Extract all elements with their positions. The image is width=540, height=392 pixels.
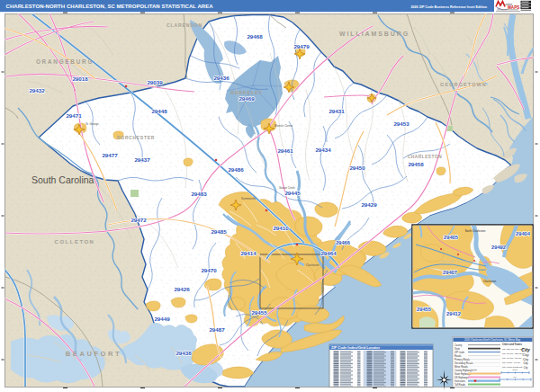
svg-text:29485: 29485 — [211, 228, 227, 235]
svg-text:29431: 29431 — [328, 108, 345, 114]
svg-text:29464: 29464 — [320, 250, 337, 256]
svg-text:South Carolina: South Carolina — [32, 174, 94, 185]
svg-text:29405: 29405 — [444, 235, 459, 240]
svg-text:29483: 29483 — [191, 191, 207, 197]
svg-text:29410: 29410 — [273, 225, 289, 231]
svg-text:29455: 29455 — [417, 307, 432, 312]
svg-text:29448: 29448 — [151, 108, 167, 114]
svg-text:Interstates: Interstates — [454, 379, 466, 383]
svg-text:City: City — [522, 352, 529, 357]
svg-text:29438: 29438 — [176, 350, 192, 356]
svg-text:City: City — [523, 361, 528, 365]
svg-text:South Carolina: South Carolina — [441, 259, 477, 263]
svg-text:29455: 29455 — [251, 309, 267, 316]
svg-text:City: City — [523, 358, 528, 361]
svg-text:2020 ZIP Code Business Referen: 2020 ZIP Code Business Reference Inset E… — [410, 5, 487, 9]
svg-text:MAPS: MAPS — [508, 5, 519, 10]
svg-text:State: State — [454, 347, 461, 351]
svg-text:Roads: Roads — [454, 354, 462, 358]
svg-text:BEAUFORT: BEAUFORT — [66, 350, 122, 358]
svg-text:WILLIAMSBURG: WILLIAMSBURG — [339, 31, 410, 37]
svg-text:29468: 29468 — [247, 33, 263, 40]
svg-text:29458: 29458 — [408, 161, 424, 167]
svg-text:Moncks Corner: Moncks Corner — [274, 124, 292, 128]
svg-text:COLLETON: COLLETON — [55, 239, 95, 245]
svg-text:29404: 29404 — [516, 231, 531, 236]
svg-text:29461: 29461 — [277, 147, 293, 154]
svg-text:ZIP Code: ZIP Code — [454, 351, 464, 354]
svg-text:29436: 29436 — [213, 75, 230, 81]
svg-text:CHARLESTON: CHARLESTON — [408, 155, 442, 159]
svg-text:Charleston: Charleston — [483, 280, 497, 283]
svg-text:29018: 29018 — [72, 76, 88, 82]
svg-text:Cities and Towns: Cities and Towns — [502, 343, 522, 346]
svg-text:Toll Roads: Toll Roads — [454, 383, 466, 387]
svg-text:St. George: St. George — [86, 122, 99, 126]
svg-text:County: County — [454, 343, 463, 347]
svg-text:29426: 29426 — [174, 286, 190, 292]
svg-text:Minor Roads: Minor Roads — [454, 365, 468, 369]
svg-text:GEORGETOWN: GEORGETOWN — [440, 82, 487, 87]
svg-text:29487: 29487 — [209, 326, 225, 333]
svg-text:29469: 29469 — [238, 95, 255, 102]
svg-text:29432: 29432 — [29, 87, 45, 94]
svg-text:29492: 29492 — [491, 245, 506, 250]
svg-text:DORCHESTER: DORCHESTER — [117, 135, 155, 140]
svg-text:29466: 29466 — [336, 240, 350, 245]
svg-text:CLARENDON: CLARENDON — [166, 22, 202, 28]
svg-text:29449: 29449 — [154, 316, 170, 322]
svg-text:29437: 29437 — [134, 156, 150, 163]
svg-text:ORANGEBURG: ORANGEBURG — [36, 58, 94, 65]
svg-text:Charleston: Charleston — [306, 263, 320, 267]
svg-text:29453: 29453 — [393, 120, 410, 127]
svg-text:29414: 29414 — [240, 250, 256, 256]
svg-text:CHARLESTON-NORTH CHARLESTON, S: CHARLESTON-NORTH CHARLESTON, SC METROPOL… — [6, 4, 214, 9]
svg-text:29470: 29470 — [201, 267, 217, 273]
svg-text:29486: 29486 — [228, 166, 244, 173]
svg-text:City: City — [524, 366, 528, 370]
svg-text:29472: 29472 — [130, 217, 147, 223]
svg-text:29407: 29407 — [443, 270, 457, 275]
svg-text:29471: 29471 — [66, 112, 82, 119]
svg-text:29479: 29479 — [293, 43, 310, 49]
svg-text:miles: miles — [512, 369, 518, 370]
svg-text:29477: 29477 — [102, 152, 118, 158]
svg-text:Summerville: Summerville — [241, 197, 256, 200]
svg-text:29039: 29039 — [147, 79, 163, 85]
svg-text:29434: 29434 — [315, 147, 331, 153]
svg-text:29450: 29450 — [349, 165, 365, 171]
svg-text:29445: 29445 — [284, 190, 301, 196]
svg-text:ZIP Code Index/Grid Locator: ZIP Code Index/Grid Locator — [331, 345, 380, 350]
svg-text:US Highways: US Highways — [454, 376, 469, 379]
svg-text:North Charleston: North Charleston — [465, 229, 486, 233]
svg-text:29429: 29429 — [361, 201, 377, 208]
svg-text:29412: 29412 — [446, 311, 461, 316]
svg-text:km: km — [514, 376, 517, 378]
svg-text:2020 Charleston-North Charlest: 2020 Charleston-North Charleston, SC Met… — [464, 338, 521, 342]
